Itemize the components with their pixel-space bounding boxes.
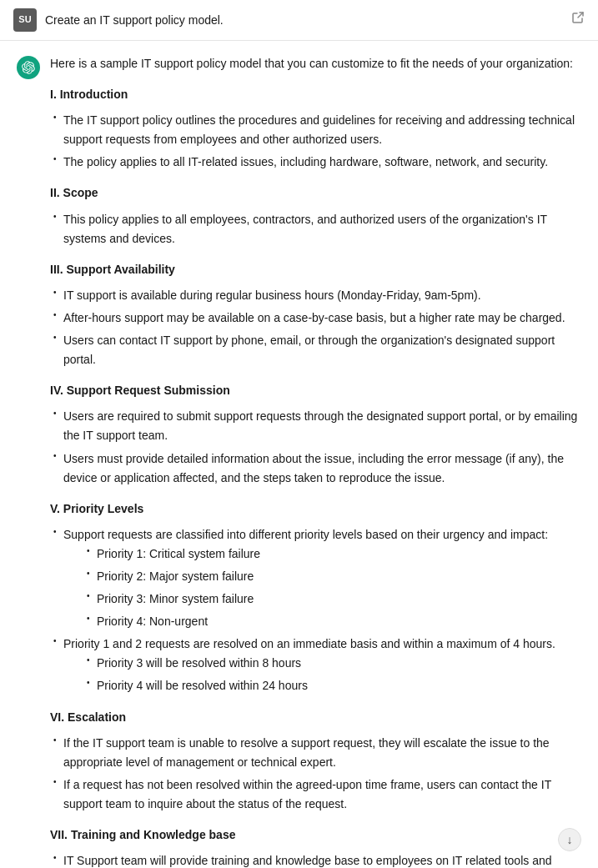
user-avatar: SU <box>13 8 37 32</box>
support-req-bullet-1: Users are required to submit support req… <box>50 407 581 445</box>
chat-area: Here is a sample IT support policy model… <box>0 41 598 868</box>
section-support-availability: III. Support Availability IT support is … <box>50 260 581 369</box>
message-body: Here is a sample IT support policy model… <box>50 54 581 868</box>
priority-main-bullet: Support requests are classified into dif… <box>50 525 581 631</box>
resolution-sub-bullets: Priority 3 will be resolved within 8 hou… <box>63 654 581 695</box>
section-title-support-request: IV. Support Request Submission <box>50 381 581 400</box>
section-training: VII. Training and Knowledge base IT Supp… <box>50 825 581 868</box>
scroll-to-bottom-button[interactable]: ↓ <box>558 828 581 851</box>
section-introduction: I. Introduction The IT support policy ou… <box>50 85 581 172</box>
export-icon[interactable] <box>571 11 585 29</box>
training-bullets: IT Support team will provide training an… <box>50 851 581 868</box>
priority-4: Priority 4: Non-urgent <box>83 612 581 631</box>
introduction-bullets: The IT support policy outlines the proce… <box>50 111 581 172</box>
intro-bullet-2: The policy applies to all IT-related iss… <box>50 153 581 172</box>
priority-3: Priority 3: Minor system failure <box>83 590 581 609</box>
support-avail-bullet-1: IT support is available during regular b… <box>50 286 581 305</box>
priority-2: Priority 2: Major system failure <box>83 567 581 586</box>
section-support-request: IV. Support Request Submission Users are… <box>50 381 581 487</box>
priority-resolution-bullet: Priority 1 and 2 requests are resolved o… <box>50 635 581 695</box>
message-intro: Here is a sample IT support policy model… <box>50 54 581 73</box>
header-title: Create an IT support policy model. <box>45 11 224 29</box>
training-bullet-1: IT Support team will provide training an… <box>50 851 581 868</box>
support-avail-bullet-2: After-hours support may be available on … <box>50 309 581 328</box>
assistant-message: Here is a sample IT support policy model… <box>17 54 581 868</box>
section-title-introduction: I. Introduction <box>50 85 581 104</box>
escalation-bullet-1: If the IT support team is unable to reso… <box>50 734 581 772</box>
support-request-bullets: Users are required to submit support req… <box>50 407 581 487</box>
section-scope: II. Scope This policy applies to all emp… <box>50 183 581 248</box>
app-header: SU Create an IT support policy model. <box>0 0 598 41</box>
scope-bullets: This policy applies to all employees, co… <box>50 210 581 248</box>
escalation-bullets: If the IT support team is unable to reso… <box>50 734 581 814</box>
priority-bullets: Support requests are classified into dif… <box>50 525 581 696</box>
escalation-bullet-2: If a request has not been resolved withi… <box>50 775 581 814</box>
section-escalation: VI. Escalation If the IT support team is… <box>50 708 581 814</box>
section-title-priority-levels: V. Priority Levels <box>50 499 581 519</box>
section-priority-levels: V. Priority Levels Support requests are … <box>50 499 581 696</box>
assistant-avatar <box>17 56 40 79</box>
support-availability-bullets: IT support is available during regular b… <box>50 286 581 369</box>
support-avail-bullet-3: Users can contact IT support by phone, e… <box>50 331 581 369</box>
section-title-escalation: VI. Escalation <box>50 708 581 727</box>
section-title-scope: II. Scope <box>50 183 581 203</box>
section-title-training: VII. Training and Knowledge base <box>50 825 581 845</box>
priority-1: Priority 1: Critical system failure <box>83 544 581 564</box>
support-req-bullet-2: Users must provide detailed information … <box>50 449 581 488</box>
section-title-support-availability: III. Support Availability <box>50 260 581 279</box>
priority-sub-bullets: Priority 1: Critical system failure Prio… <box>63 544 581 631</box>
resolution-4: Priority 4 will be resolved within 24 ho… <box>83 676 581 695</box>
resolution-3: Priority 3 will be resolved within 8 hou… <box>83 654 581 673</box>
intro-bullet-1: The IT support policy outlines the proce… <box>50 111 581 149</box>
scroll-down-icon: ↓ <box>567 830 573 849</box>
header-left: SU Create an IT support policy model. <box>13 8 224 32</box>
scope-bullet-1: This policy applies to all employees, co… <box>50 210 581 248</box>
